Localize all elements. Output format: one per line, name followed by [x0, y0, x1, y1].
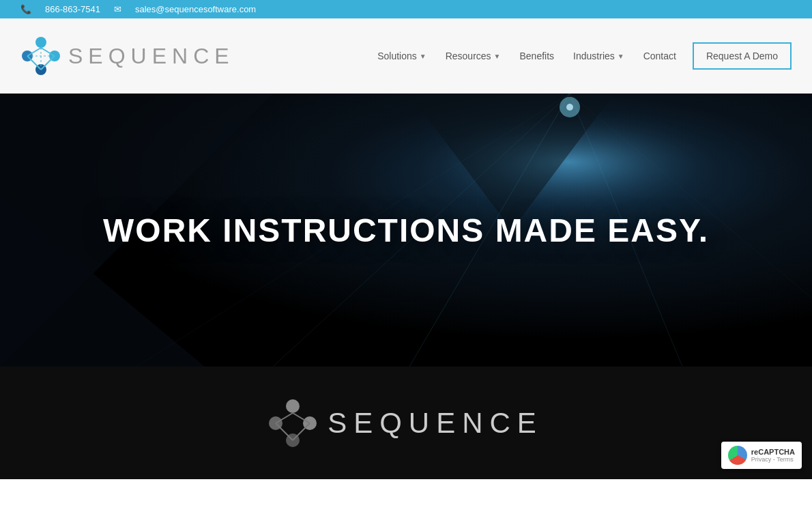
phone-icon: 📞 [20, 4, 31, 14]
header: SEQUENCE Solutions ▼ Resources ▼ Benefit… [0, 18, 812, 94]
svg-line-29 [293, 423, 310, 440]
contact-label: Contact [643, 51, 676, 61]
nav-industries[interactable]: Industries ▼ [564, 45, 634, 67]
email-link[interactable]: sales@sequencesoftware.com [135, 4, 256, 14]
top-bar: 📞 866-863-7541 ✉ sales@sequencesoftware.… [0, 0, 812, 18]
recaptcha-label: reCAPTCHA [751, 448, 795, 456]
recaptcha-icon [728, 446, 747, 465]
nav-contact[interactable]: Contact [634, 45, 686, 67]
svg-line-5 [27, 56, 41, 70]
resources-chevron-icon: ▼ [494, 53, 501, 60]
hero-title: WORK INSTRUCTIONS MADE EASY. [103, 212, 709, 249]
logo-text: SEQUENCE [68, 44, 235, 69]
svg-point-23 [286, 399, 300, 413]
svg-point-0 [35, 37, 46, 48]
footer-logo-icon [269, 399, 317, 447]
svg-line-6 [41, 56, 55, 70]
industries-chevron-icon: ▼ [618, 53, 624, 60]
svg-point-22 [566, 104, 573, 111]
nav-benefits[interactable]: Benefits [510, 45, 564, 67]
main-nav: Solutions ▼ Resources ▼ Benefits Industr… [368, 42, 792, 70]
nav-resources[interactable]: Resources ▼ [436, 45, 510, 67]
footer-logo: SEQUENCE [269, 399, 543, 447]
request-demo-button[interactable]: Request A Demo [693, 42, 792, 70]
email-icon: ✉ [114, 4, 121, 14]
benefits-label: Benefits [519, 51, 554, 61]
footer-logo-text: SEQUENCE [328, 407, 543, 440]
recaptcha-text: reCAPTCHA Privacy - Terms [751, 448, 795, 463]
solutions-chevron-icon: ▼ [420, 53, 426, 60]
nav-solutions[interactable]: Solutions ▼ [368, 45, 436, 67]
phone-number: 866-863-7541 [45, 4, 100, 14]
svg-line-28 [276, 423, 293, 440]
resources-label: Resources [446, 51, 491, 61]
hero-section: WORK INSTRUCTIONS MADE EASY. [0, 94, 812, 367]
logo[interactable]: SEQUENCE [20, 35, 235, 76]
recaptcha-badge: reCAPTCHA Privacy - Terms [721, 442, 802, 469]
footer-section: SEQUENCE reCAPTCHA Privacy - Terms [0, 367, 812, 479]
recaptcha-links: Privacy - Terms [751, 456, 795, 463]
solutions-label: Solutions [377, 51, 417, 61]
logo-icon [20, 35, 61, 76]
industries-label: Industries [573, 51, 615, 61]
